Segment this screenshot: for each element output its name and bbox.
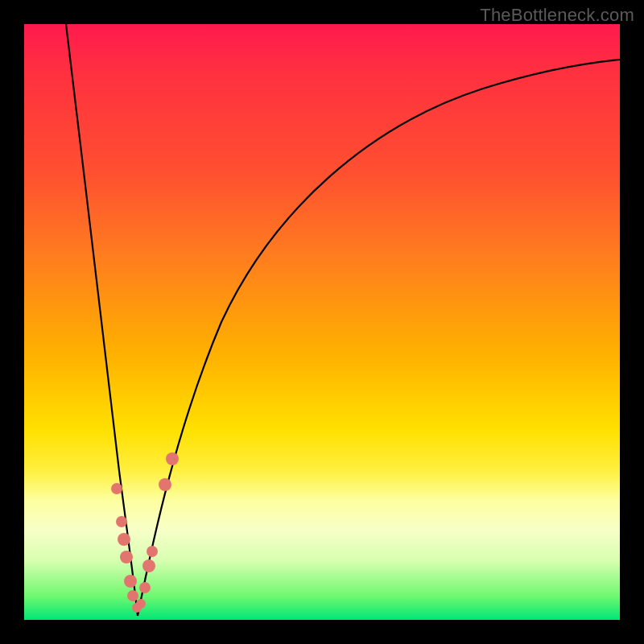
marker (124, 575, 137, 588)
marker (116, 516, 127, 527)
curve-left-branch (66, 24, 138, 616)
plot-area (24, 24, 620, 620)
marker (127, 590, 138, 601)
marker (118, 533, 130, 546)
curve-right-branch (138, 60, 620, 616)
outer-frame: TheBottleneck.com (0, 0, 644, 644)
marker (142, 559, 155, 572)
marker (147, 546, 158, 557)
watermark-text: TheBottleneck.com (480, 5, 634, 26)
chart-svg (24, 24, 620, 620)
marker (111, 483, 122, 494)
markers-left (111, 483, 142, 613)
marker (166, 452, 179, 465)
marker (139, 582, 151, 593)
marker (159, 478, 171, 491)
markers-right (136, 452, 179, 609)
marker (120, 551, 133, 564)
marker (136, 599, 146, 609)
